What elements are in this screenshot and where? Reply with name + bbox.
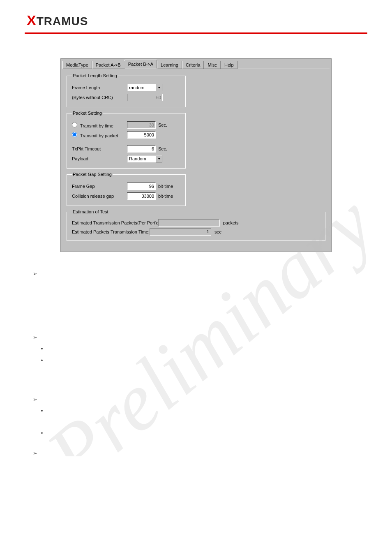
bullet-arrow-2: ➢ xyxy=(33,334,392,340)
brand-logo-x: X xyxy=(27,12,37,28)
est-tx-packets-label: Estimated Transmission Packets(Per Port)… xyxy=(72,220,158,225)
estimation-legend: Estimation of Test xyxy=(72,209,109,214)
packet-gap-legend: Packet Gap Setting xyxy=(72,172,113,177)
svg-marker-2 xyxy=(158,158,161,160)
bullet-dot-2: • xyxy=(41,358,392,363)
bullet-dot-1: • xyxy=(41,346,392,352)
est-tx-packets-value xyxy=(158,219,220,227)
collision-gap-label: Collision release gap xyxy=(72,194,125,199)
transmit-by-time-radio[interactable] xyxy=(72,122,77,127)
svg-marker-1 xyxy=(158,87,161,88)
txpkt-timeout-unit: Sec. xyxy=(158,146,167,151)
tab-help[interactable]: Help xyxy=(221,61,238,69)
tab-bar: MediaType Packet A->B Packet B->A Learni… xyxy=(61,59,331,69)
chevron-down-icon[interactable] xyxy=(156,155,162,162)
txpkt-timeout-label: TxPkt Timeout xyxy=(72,146,125,151)
bullet-arrow-3: ➢ xyxy=(33,396,392,402)
packet-setting-fieldset: Packet Setting Transmit by time Sec. Tra… xyxy=(67,111,186,169)
tab-packet-ba[interactable]: Packet B->A xyxy=(125,60,157,69)
est-tx-packets-unit: packets xyxy=(223,220,239,225)
tab-panel-packet-ba: Packet Length Setting Frame Length (Byte… xyxy=(62,69,330,247)
transmit-by-time-value xyxy=(127,121,156,129)
frame-length-value[interactable] xyxy=(127,84,156,91)
frame-length-label: Frame Length xyxy=(72,85,125,90)
collision-gap-value[interactable] xyxy=(127,192,156,200)
tab-packet-ab[interactable]: Packet A->B xyxy=(92,61,125,69)
transmit-by-time-label: Transmit by time xyxy=(80,123,113,128)
tab-misc[interactable]: Misc xyxy=(204,61,221,69)
est-time-unit: sec xyxy=(214,229,221,234)
bullet-arrow-4: ➢ xyxy=(33,450,392,456)
brand-logo: XTRAMUS xyxy=(27,12,88,28)
transmit-by-packet-label: Transmit by packet xyxy=(80,133,118,138)
payload-value[interactable] xyxy=(127,155,156,162)
transmit-by-time-unit: Sec. xyxy=(158,123,167,127)
chevron-down-icon[interactable] xyxy=(156,84,162,91)
frame-gap-value[interactable] xyxy=(127,183,156,190)
packet-length-fieldset: Packet Length Setting Frame Length (Byte… xyxy=(67,73,186,107)
bytes-no-crc-label: (Bytes without CRC) xyxy=(72,95,125,100)
bytes-no-crc-value xyxy=(127,94,163,101)
frame-gap-unit: bit-time xyxy=(158,184,173,189)
packet-length-legend: Packet Length Setting xyxy=(72,73,118,78)
bullet-arrow-1: ➢ xyxy=(33,271,392,277)
tab-learning[interactable]: Learning xyxy=(157,61,182,69)
bullet-list: ➢ ➢ • • ➢ • • ➢ xyxy=(33,271,392,456)
payload-label: Payload xyxy=(72,156,125,161)
tab-criteria[interactable]: Criteria xyxy=(182,61,204,69)
frame-length-dropdown[interactable] xyxy=(127,84,162,91)
est-time-value: 1 xyxy=(150,228,211,236)
packet-setting-legend: Packet Setting xyxy=(72,111,103,116)
transmit-by-packet-radio[interactable] xyxy=(72,132,77,137)
estimation-fieldset: Estimation of Test Estimated Transmissio… xyxy=(67,209,325,241)
payload-dropdown[interactable] xyxy=(127,155,162,162)
est-time-label: Estimated Packets Transmission Time: xyxy=(72,229,150,234)
frame-gap-label: Frame Gap xyxy=(72,184,125,189)
header-divider xyxy=(25,32,367,34)
bullet-dot-3: • xyxy=(41,408,392,414)
settings-dialog: MediaType Packet A->B Packet B->A Learni… xyxy=(60,58,332,252)
transmit-by-packet-option[interactable]: Transmit by packet xyxy=(72,132,125,138)
page-header: XTRAMUS xyxy=(0,0,392,32)
transmit-by-time-option[interactable]: Transmit by time xyxy=(72,122,125,128)
tab-mediatype[interactable]: MediaType xyxy=(62,61,92,69)
transmit-by-packet-value[interactable] xyxy=(127,131,156,139)
txpkt-timeout-value[interactable] xyxy=(127,145,156,153)
bullet-dot-4: • xyxy=(41,430,392,436)
collision-gap-unit: bit-time xyxy=(158,194,173,199)
packet-gap-fieldset: Packet Gap Setting Frame Gap bit-time Co… xyxy=(67,172,186,206)
